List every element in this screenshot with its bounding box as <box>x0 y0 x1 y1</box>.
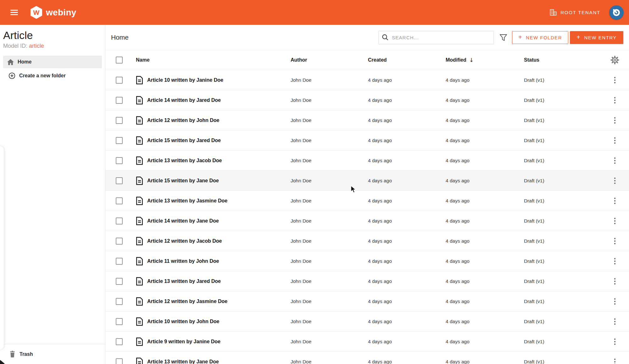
table-row[interactable]: Article 12 written by Jasmine Doe John D… <box>105 291 629 312</box>
entry-author: John Doe <box>291 138 368 143</box>
kebab-icon <box>614 137 616 144</box>
column-header-modified[interactable]: Modified ↓ <box>446 57 524 63</box>
kebab-icon <box>614 298 616 305</box>
row-menu-button[interactable] <box>612 115 618 126</box>
row-checkbox[interactable] <box>116 258 123 265</box>
kebab-icon <box>614 278 616 285</box>
row-menu-button[interactable] <box>612 356 618 364</box>
row-menu-button[interactable] <box>612 135 618 146</box>
table-row[interactable]: Article 10 written by Janine Doe John Do… <box>105 70 629 90</box>
entry-name: Article 12 written by John Doe <box>147 118 219 123</box>
table-row[interactable]: Article 12 written by Jacob Doe John Doe… <box>105 231 629 251</box>
trash-label: Trash <box>19 351 33 357</box>
row-checkbox[interactable] <box>116 97 123 104</box>
entry-created: 4 days ago <box>368 218 446 224</box>
gravatar-icon <box>611 7 622 18</box>
kebab-icon <box>614 197 616 204</box>
column-header-author[interactable]: Author <box>291 57 368 63</box>
entry-status: Draft (v1) <box>524 299 601 304</box>
table-row[interactable]: Article 13 written by Jared Doe John Doe… <box>105 271 629 291</box>
entry-status: Draft (v1) <box>524 238 601 244</box>
row-menu-button[interactable] <box>612 236 618 246</box>
entry-modified: 4 days ago <box>446 319 524 324</box>
trash-button[interactable]: Trash <box>0 344 105 364</box>
table-row[interactable]: Article 10 written by John Doe John Doe … <box>105 312 629 332</box>
entry-author: John Doe <box>291 198 368 204</box>
table-row[interactable]: Article 13 written by Jasmine Doe John D… <box>105 191 629 211</box>
file-icon <box>136 357 143 364</box>
row-checkbox[interactable] <box>116 137 123 144</box>
table-settings-button[interactable] <box>610 56 619 64</box>
entry-modified: 4 days ago <box>446 77 524 83</box>
column-header-status[interactable]: Status <box>524 57 601 63</box>
table-row[interactable]: Article 15 written by Jane Doe John Doe … <box>105 171 629 191</box>
webiny-hexagon-icon: W <box>31 6 42 19</box>
entry-created: 4 days ago <box>368 178 446 184</box>
row-checkbox[interactable] <box>116 77 123 84</box>
row-menu-button[interactable] <box>612 196 618 206</box>
webiny-logo[interactable]: W webiny <box>31 6 76 19</box>
row-checkbox[interactable] <box>116 318 123 325</box>
row-menu-button[interactable] <box>612 316 618 327</box>
sidebar-item-home[interactable]: Home <box>3 56 102 68</box>
sort-desc-icon: ↓ <box>469 57 474 63</box>
table-row[interactable]: Article 13 written by Jane Doe John Doe … <box>105 352 629 364</box>
row-menu-button[interactable] <box>612 175 618 186</box>
entry-modified: 4 days ago <box>446 198 524 204</box>
select-all-checkbox[interactable] <box>116 57 123 63</box>
entry-author: John Doe <box>291 77 368 83</box>
menu-icon[interactable] <box>10 10 18 15</box>
user-avatar[interactable] <box>609 5 624 20</box>
row-checkbox[interactable] <box>116 278 123 285</box>
drawer-edge-artifact <box>0 146 4 350</box>
tenant-selector[interactable]: ROOT TENANT <box>550 9 600 16</box>
gear-icon <box>610 56 619 64</box>
column-header-name[interactable]: Name <box>136 57 291 63</box>
row-menu-button[interactable] <box>612 296 618 307</box>
create-folder-button[interactable]: Create a new folder <box>3 69 102 82</box>
row-checkbox[interactable] <box>116 117 123 124</box>
table-row[interactable]: Article 14 written by Jane Doe John Doe … <box>105 211 629 231</box>
table-row[interactable]: Article 11 written by John Doe John Doe … <box>105 251 629 271</box>
row-menu-button[interactable] <box>612 336 618 347</box>
entry-modified: 4 days ago <box>446 158 524 163</box>
file-icon <box>136 76 143 85</box>
table-row[interactable]: Article 14 written by Jared Doe John Doe… <box>105 90 629 110</box>
entry-modified: 4 days ago <box>446 359 524 364</box>
entry-modified: 4 days ago <box>446 138 524 143</box>
row-menu-button[interactable] <box>612 216 618 226</box>
entry-name: Article 15 written by Jared Doe <box>147 138 221 143</box>
entry-modified: 4 days ago <box>446 299 524 304</box>
entry-name: Article 14 written by Jared Doe <box>147 97 221 103</box>
row-menu-button[interactable] <box>612 155 618 166</box>
row-menu-button[interactable] <box>612 256 618 267</box>
row-checkbox[interactable] <box>116 218 123 224</box>
row-menu-button[interactable] <box>612 75 618 85</box>
row-checkbox[interactable] <box>116 298 123 305</box>
row-checkbox[interactable] <box>116 238 123 245</box>
row-checkbox[interactable] <box>116 177 123 184</box>
row-checkbox[interactable] <box>116 157 123 164</box>
row-menu-button[interactable] <box>612 276 618 287</box>
file-icon <box>136 136 143 145</box>
table-row[interactable]: Article 9 written by Janine Doe John Doe… <box>105 332 629 352</box>
column-header-created[interactable]: Created <box>368 57 446 63</box>
file-icon <box>136 196 143 205</box>
new-folder-button[interactable]: + NEW FOLDER <box>512 31 568 44</box>
row-checkbox[interactable] <box>116 197 123 204</box>
table-row[interactable]: Article 13 written by Jacob Doe John Doe… <box>105 151 629 171</box>
entry-author: John Doe <box>291 118 368 123</box>
entry-created: 4 days ago <box>368 299 446 304</box>
row-menu-button[interactable] <box>612 95 618 106</box>
table-row[interactable]: Article 15 written by Jared Doe John Doe… <box>105 130 629 151</box>
filter-button[interactable] <box>499 33 508 42</box>
new-entry-button[interactable]: + NEW ENTRY <box>570 31 623 44</box>
row-checkbox[interactable] <box>116 338 123 345</box>
entry-status: Draft (v1) <box>524 218 601 224</box>
search-input[interactable] <box>391 35 490 41</box>
file-icon <box>136 217 143 225</box>
kebab-icon <box>614 117 616 124</box>
file-icon <box>136 297 143 306</box>
table-row[interactable]: Article 12 written by John Doe John Doe … <box>105 110 629 130</box>
row-checkbox[interactable] <box>116 358 123 364</box>
